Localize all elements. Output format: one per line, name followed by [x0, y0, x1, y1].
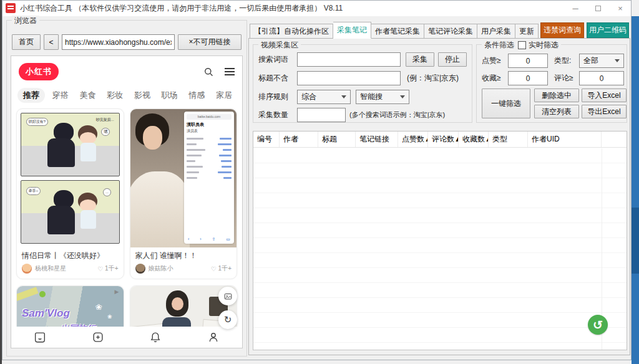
author-name[interactable]: 杨桃和星星	[35, 264, 66, 273]
home-icon[interactable]	[33, 330, 47, 344]
export-excel-button[interactable]: 导出Excel	[582, 105, 627, 118]
comic-image: 吵完架后... 哄好没有? 嗯 牵手~ ...	[17, 109, 124, 247]
category-nav: 推荐 穿搭 美食 彩妆 影视 职场 情感 家居	[17, 87, 236, 103]
column-header-favorites[interactable]: 收藏数▲	[459, 132, 489, 147]
refresh-table-button[interactable]: ↺	[588, 315, 608, 335]
condition-filter-group: 条件筛选 实时筛选 点赞≥ 类型: 全部 收藏≥ 评论≥ 一键筛选 删除选中	[476, 44, 627, 123]
column-header-author[interactable]: 作者	[280, 132, 318, 147]
tab-collect-notes[interactable]: 采集笔记	[333, 22, 371, 39]
multi-words-hint: (多个搜索词语示例：淘宝|京东)	[349, 110, 445, 120]
app-icon	[6, 3, 16, 13]
condition-filter-label: 条件筛选	[482, 40, 517, 50]
like-count: 1千+	[105, 264, 118, 273]
collect-count-label: 采集数量	[258, 110, 297, 120]
nav-item-emotion[interactable]: 情感	[185, 88, 208, 103]
collect-button[interactable]: 采集	[406, 52, 434, 67]
comic-caption: 吵完架后...	[96, 117, 114, 123]
search-icon[interactable]	[203, 66, 215, 78]
title-exclude-input[interactable]	[297, 71, 401, 85]
nav-item-career[interactable]: 职场	[158, 88, 182, 103]
column-header-author-uid[interactable]: 作者UID	[528, 132, 602, 147]
column-header-likes[interactable]: 点赞数▲	[398, 132, 428, 147]
tab-user-collect[interactable]: 用户采集	[477, 24, 515, 39]
title-exclude-label: 标题不含	[258, 73, 297, 84]
bell-icon[interactable]	[149, 330, 162, 344]
nav-item-movies[interactable]: 影视	[130, 88, 154, 103]
search-mode-select[interactable]: 智能搜	[356, 90, 409, 104]
column-header-blank	[602, 132, 627, 147]
one-key-filter-button[interactable]: 一键筛选	[482, 89, 530, 118]
background-right-strip	[632, 16, 639, 364]
comments-min-input[interactable]	[579, 71, 624, 85]
tab-note-comments[interactable]: 笔记评论采集	[424, 24, 477, 39]
xiaohongshu-logo[interactable]: 小红书	[19, 63, 59, 80]
browser-group-label: 浏览器	[12, 16, 39, 26]
column-header-note-link[interactable]: 笔记链接	[356, 132, 398, 147]
url-input[interactable]	[62, 34, 175, 50]
collect-count-input[interactable]	[297, 108, 346, 122]
heart-icon[interactable]: ♡	[97, 266, 103, 272]
nav-item-outfits[interactable]: 穿搭	[49, 88, 72, 103]
search-words-input[interactable]	[297, 52, 401, 67]
favorites-min-label: 收藏≥	[482, 73, 508, 84]
create-post-icon[interactable]	[91, 330, 105, 344]
author-avatar[interactable]	[135, 264, 145, 274]
author-name[interactable]: 娘菇陈小	[149, 264, 173, 273]
feed-card-hanfu[interactable]: baike.baidu.com 演职员表 演员表 ‹›⇧▭	[130, 108, 238, 279]
import-excel-button[interactable]: 导入Excel	[582, 89, 627, 102]
likes-min-input[interactable]	[508, 54, 548, 68]
video-play-icon: ▶	[115, 289, 119, 295]
column-header-type[interactable]: 类型	[489, 132, 528, 147]
feed-card-couple-comic[interactable]: 吵完架后... 哄好没有? 嗯 牵手~ ...	[16, 108, 124, 279]
chevron-down-icon	[615, 59, 620, 62]
home-button[interactable]: 首页	[12, 34, 41, 50]
exclude-hint: (例：淘宝|京东)	[407, 73, 459, 84]
card-title: 情侣日常丨《还没哄好》	[17, 247, 124, 262]
refresh-feed-button[interactable]: ↻	[218, 310, 237, 329]
minimize-button[interactable]: ─	[564, 0, 587, 16]
stop-button[interactable]: 停止	[438, 52, 467, 67]
nav-item-recommend[interactable]: 推荐	[17, 88, 45, 103]
profile-icon[interactable]	[207, 330, 220, 344]
tab-update[interactable]: 更新	[515, 24, 539, 39]
delete-selected-button[interactable]: 删除选中	[534, 89, 579, 102]
type-label: 类型:	[554, 55, 579, 66]
column-header-comments[interactable]: 评论数▲	[428, 132, 459, 147]
app-window: 小红书综合工具 （本软件仅供学习交流使用，请勿用于非法用途，一切后果由使用者承担…	[0, 0, 639, 364]
maximize-button[interactable]	[587, 0, 609, 16]
tab-author-notes[interactable]: 作者笔记采集	[371, 24, 424, 39]
tab-automation[interactable]: 【引流】自动化操作区	[250, 24, 333, 39]
maximize-icon	[595, 6, 601, 11]
window-controls: ─ ×	[564, 0, 632, 16]
video-collect-group: 视频采集区 搜索词语 采集 停止 标题不含 (例：淘宝|京东) 排序规则 综合 …	[253, 44, 472, 123]
table-header: 编号 作者 标题 笔记链接 点赞数▲ 评论数▲ 收藏数▲ 类型 作者UID	[253, 132, 627, 148]
realtime-filter-label: 实时筛选	[529, 40, 559, 50]
nav-item-home[interactable]: 家居	[212, 88, 236, 103]
menu-icon[interactable]	[225, 68, 235, 69]
titlebar: 小红书综合工具 （本软件仅供学习交流使用，请勿用于非法用途，一切后果由使用者承担…	[2, 0, 632, 16]
invalid-link-button[interactable]: ×不可用链接	[178, 34, 241, 50]
favorites-min-input[interactable]	[508, 71, 548, 85]
baidu-screenshot-overlay: baike.baidu.com 演职员表 演员表 ‹›⇧▭	[184, 112, 234, 244]
feed-cards: 吵完架后... 哄好没有? 嗯 牵手~ ...	[16, 108, 237, 348]
type-select[interactable]: 全部	[579, 54, 624, 68]
speech-bubble: 嗯	[101, 128, 110, 136]
banned-words-button[interactable]: 违禁词查询	[540, 22, 584, 38]
site-header: 小红书	[19, 62, 235, 81]
back-button[interactable]: <	[44, 34, 59, 50]
nav-item-food[interactable]: 美食	[76, 88, 99, 103]
image-mode-button[interactable]	[218, 287, 237, 305]
close-button[interactable]: ×	[609, 0, 632, 16]
user-qrcode-button[interactable]: 用户二维码	[587, 22, 629, 38]
column-header-number[interactable]: 编号	[253, 132, 280, 147]
sort-rule-select[interactable]: 综合	[297, 90, 351, 104]
realtime-filter-checkbox[interactable]	[518, 41, 526, 49]
clear-list-button[interactable]: 清空列表	[534, 105, 579, 118]
author-avatar[interactable]	[22, 264, 32, 274]
table-body-empty: ↺	[253, 148, 627, 350]
card-photo: baike.baidu.com 演职员表 演员表 ‹›⇧▭	[130, 109, 237, 247]
heart-icon[interactable]: ♡	[211, 266, 217, 272]
column-header-title[interactable]: 标题	[318, 132, 356, 147]
site-bottom-nav	[11, 327, 242, 348]
nav-item-makeup[interactable]: 彩妆	[103, 88, 127, 103]
